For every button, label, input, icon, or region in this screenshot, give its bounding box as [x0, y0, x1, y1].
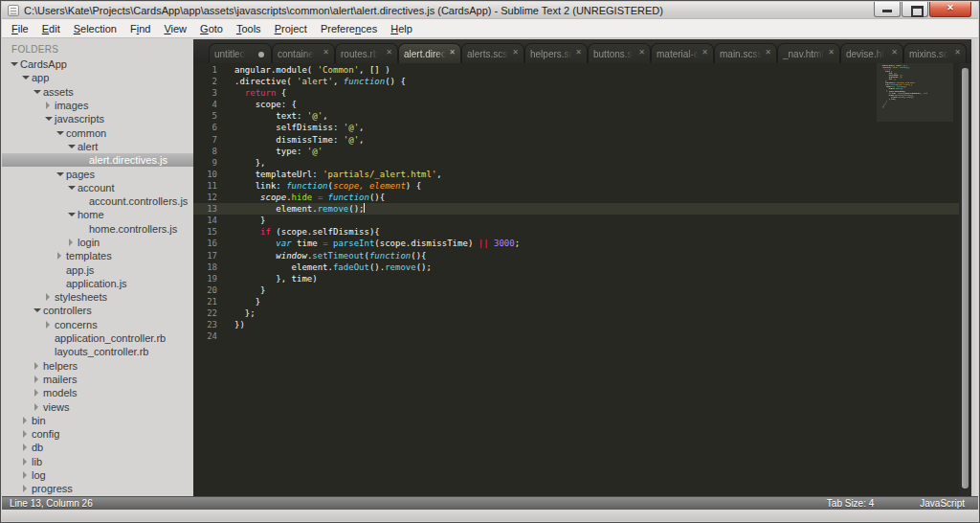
code-line-8[interactable]: 8 type: '@' — [193, 146, 959, 157]
code-line-9[interactable]: 9 }, — [193, 157, 959, 169]
tree-item-home.controllers.js[interactable]: home.controllers.js — [2, 222, 193, 236]
menu-item-project[interactable]: Project — [268, 21, 314, 36]
tree-item-concerns[interactable]: concerns — [2, 318, 193, 331]
tree-item-home[interactable]: home — [2, 208, 193, 221]
menu-item-preferences[interactable]: Preferences — [314, 21, 384, 36]
menu-item-edit[interactable]: Edit — [35, 21, 67, 36]
minimap-viewport[interactable] — [877, 63, 953, 122]
tab-main.scss[interactable]: main.scss✕ — [714, 43, 777, 63]
code-line-18[interactable]: 18 element.fadeOut().remove(); — [193, 262, 959, 273]
tab-close-icon[interactable]: ✕ — [891, 48, 898, 57]
code-line-16[interactable]: 16 var time = parseInt(scope.dismissTime… — [193, 238, 959, 249]
code-line-14[interactable]: 14 } — [193, 215, 959, 226]
code-line-7[interactable]: 7 dismissTime: '@', — [193, 134, 959, 146]
tree-item-mailers[interactable]: mailers — [2, 373, 193, 386]
tab-size-status[interactable]: Tab Size: 4 — [827, 498, 874, 509]
tab-close-icon[interactable]: ✕ — [512, 48, 519, 57]
tree-item-app.js[interactable]: app.js — [2, 262, 193, 276]
close-button[interactable] — [929, 2, 971, 17]
tab-devise.ht[interactable]: devise.ht✕ — [840, 43, 903, 63]
code-line-1[interactable]: 1angular.module( 'Common', [] ) — [193, 64, 959, 76]
tree-item-progress[interactable]: progress — [2, 482, 193, 495]
code-line-17[interactable]: 17 window.setTimeout(function(){ — [193, 250, 959, 262]
tab-close-icon[interactable]: ✕ — [828, 48, 835, 57]
code-line-3[interactable]: 3 return { — [193, 87, 959, 99]
tree-item-db[interactable]: db — [2, 441, 193, 454]
sidebar[interactable]: FOLDERS CardsAppappassetsimagesjavascrip… — [2, 39, 193, 496]
tab-close-icon[interactable]: ✕ — [575, 48, 582, 57]
code-line-4[interactable]: 4 scope: { — [193, 99, 959, 110]
tab-close-icon[interactable]: ✕ — [702, 48, 708, 57]
tree-item-CardsApp[interactable]: CardsApp — [2, 57, 193, 71]
syntax-status[interactable]: JavaScript — [920, 498, 965, 509]
code-line-21[interactable]: 21 } — [193, 296, 959, 307]
titlebar[interactable]: C:\Users\Kate\Projects\CardsApp\app\asse… — [2, 2, 978, 19]
tab-mixins.sc[interactable]: mixins.sc✕ — [903, 43, 967, 63]
tab-untitled[interactable]: untitled — [209, 43, 272, 63]
tree-item-alert[interactable]: alert — [2, 140, 193, 153]
menu-item-goto[interactable]: Goto — [193, 21, 230, 36]
code-line-11[interactable]: 11 link: function(scope, element) { — [193, 180, 959, 192]
tree-item-bin[interactable]: bin — [2, 414, 193, 427]
tree-item-pages[interactable]: pages — [2, 167, 193, 180]
tab-close-icon[interactable]: ✕ — [765, 48, 771, 57]
tree-item-account[interactable]: account — [2, 181, 193, 194]
code-area[interactable]: 1angular.module( 'Common', [] )2.directi… — [193, 63, 959, 496]
tree-item-application.js[interactable]: application.js — [2, 277, 193, 290]
menu-item-tools[interactable]: Tools — [230, 21, 268, 36]
tree-item-assets[interactable]: assets — [2, 85, 193, 99]
tree-item-helpers[interactable]: helpers — [2, 359, 193, 373]
tree-item-templates[interactable]: templates — [2, 249, 193, 262]
tab-buttons.s[interactable]: buttons.s✕ — [588, 43, 651, 63]
code-line-20[interactable]: 20 } — [193, 284, 959, 296]
tree-item-models[interactable]: models — [2, 386, 193, 399]
menu-item-find[interactable]: Find — [123, 21, 157, 36]
menu-item-selection[interactable]: Selection — [67, 21, 123, 36]
tab-helpers.sc[interactable]: helpers.sc✕ — [524, 43, 588, 63]
code-line-10[interactable]: 10 templateUrl: 'partials/_alert.html', — [193, 169, 959, 180]
editor-scrollbar-track[interactable] — [959, 63, 971, 496]
menu-item-help[interactable]: Help — [384, 21, 419, 36]
tree-item-stylesheets[interactable]: stylesheets — [2, 290, 193, 304]
code-line-5[interactable]: 5 text: '@', — [193, 110, 959, 122]
tab-_nav.html[interactable]: _nav.html✕ — [777, 43, 840, 63]
tree-item-images[interactable]: images — [2, 99, 193, 112]
minimize-button[interactable] — [874, 2, 901, 17]
tab-close-icon[interactable]: ✕ — [638, 48, 645, 57]
code-line-15[interactable]: 15 if (scope.selfDismiss){ — [193, 226, 959, 238]
code-line-19[interactable]: 19 }, time) — [193, 273, 959, 284]
tree-item-javascripts[interactable]: javascripts — [2, 112, 193, 125]
tree-item-account.controllers.js[interactable]: account.controllers.js — [2, 194, 193, 208]
code-line-24[interactable]: 24 — [193, 330, 959, 342]
code-line-13[interactable]: 13 element.remove(); — [193, 203, 959, 215]
code-line-6[interactable]: 6 selfDismiss: '@', — [193, 122, 959, 133]
tab-close-icon[interactable]: ✕ — [954, 48, 961, 57]
menu-item-file[interactable]: File — [5, 21, 35, 36]
tab-alert.direc[interactable]: alert.direc✕ — [398, 43, 461, 63]
tab-close-icon[interactable]: ✕ — [449, 48, 456, 57]
tree-item-application_controller.rb[interactable]: application_controller.rb — [2, 331, 193, 345]
tree-item-views[interactable]: views — [2, 399, 193, 413]
tab-close-icon[interactable]: ✕ — [386, 48, 392, 57]
tree-item-config[interactable]: config — [2, 427, 193, 441]
code-line-22[interactable]: 22 }; — [193, 307, 959, 319]
tree-item-layouts_controller.rb[interactable]: layouts_controller.rb — [2, 345, 193, 358]
code-line-2[interactable]: 2.directive( 'alert', function() { — [193, 76, 959, 87]
tree-item-log[interactable]: log — [2, 468, 193, 482]
editor-scrollbar-thumb[interactable] — [962, 68, 969, 489]
tree-item-app[interactable]: app — [2, 71, 193, 84]
tree-item-lib[interactable]: lib — [2, 455, 193, 468]
maximize-button[interactable] — [902, 2, 928, 17]
menu-item-view[interactable]: View — [157, 21, 193, 36]
tab-close-icon[interactable]: ✕ — [323, 48, 329, 57]
tree-item-alert.directives.js[interactable]: alert.directives.js — [2, 153, 193, 167]
tab-routes.rb[interactable]: routes.rb✕ — [335, 43, 398, 63]
tree-item-common[interactable]: common — [2, 125, 193, 139]
tab-material-c[interactable]: material-c✕ — [651, 43, 714, 63]
code-line-12[interactable]: 12 scope.hide = function(){ — [193, 192, 959, 203]
tree-item-controllers[interactable]: controllers — [2, 304, 193, 317]
tab-alerts.scss[interactable]: alerts.scss✕ — [461, 43, 524, 63]
tab-containe[interactable]: containe✕ — [272, 43, 335, 63]
tree-item-login[interactable]: login — [2, 236, 193, 249]
code-line-23[interactable]: 23}) — [193, 319, 959, 330]
